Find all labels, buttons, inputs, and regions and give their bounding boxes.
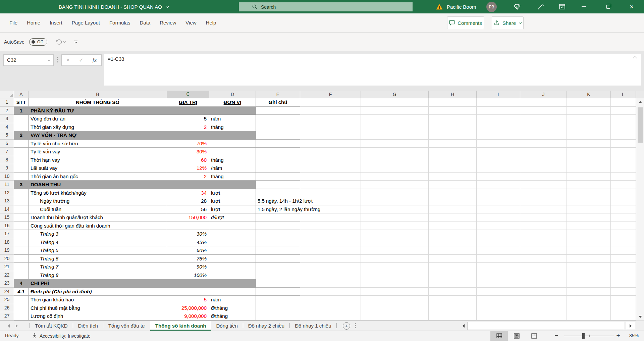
cell-F9[interactable] bbox=[300, 164, 361, 173]
cell-H2[interactable] bbox=[429, 107, 477, 115]
cell-I25[interactable] bbox=[477, 296, 520, 304]
cell-G3[interactable] bbox=[361, 115, 429, 123]
cell-I9[interactable] bbox=[477, 164, 520, 173]
cell-J21[interactable] bbox=[520, 263, 567, 271]
cell-E9[interactable] bbox=[256, 164, 300, 173]
accessibility-status[interactable]: Accessibility: Investigate bbox=[32, 331, 91, 341]
cell-L2[interactable] bbox=[611, 107, 636, 115]
cell-A19[interactable] bbox=[14, 246, 29, 255]
cell-B2[interactable]: PHÂN KỲ ĐẦU TƯ bbox=[29, 107, 167, 115]
cell-E10[interactable] bbox=[256, 173, 300, 181]
undo-dropdown-icon[interactable] bbox=[63, 40, 65, 43]
name-box[interactable]: C32 bbox=[3, 54, 54, 66]
cell-H1[interactable] bbox=[429, 98, 477, 107]
cell-B23[interactable]: CHI PHÍ bbox=[29, 279, 167, 288]
cell-K4[interactable] bbox=[567, 123, 611, 132]
cell-J23[interactable] bbox=[520, 279, 567, 288]
cell-D1[interactable]: ĐƠN VỊ bbox=[209, 98, 256, 107]
view-normal-button[interactable] bbox=[490, 331, 508, 341]
cell-C20[interactable]: 75% bbox=[167, 255, 209, 263]
cell-F6[interactable] bbox=[300, 140, 361, 148]
cell-H13[interactable] bbox=[429, 197, 477, 205]
cell-I15[interactable] bbox=[477, 213, 520, 222]
collapse-formula-bar-icon[interactable] bbox=[633, 56, 637, 60]
cell-K16[interactable] bbox=[567, 222, 611, 230]
cell-A18[interactable] bbox=[14, 238, 29, 247]
row-header-18[interactable]: 18 bbox=[0, 238, 14, 247]
cell-J6[interactable] bbox=[520, 140, 567, 148]
cell-C11[interactable] bbox=[167, 181, 209, 189]
cell-L24[interactable] bbox=[611, 288, 636, 296]
cell-B17[interactable]: Tháng 3 bbox=[29, 230, 167, 238]
cell-D4[interactable]: tháng bbox=[209, 123, 256, 132]
scroll-down-button[interactable] bbox=[636, 313, 644, 321]
cell-I18[interactable] bbox=[477, 238, 520, 247]
cell-G2[interactable] bbox=[361, 107, 429, 115]
cell-J9[interactable] bbox=[520, 164, 567, 173]
cell-G18[interactable] bbox=[361, 238, 429, 247]
cell-I22[interactable] bbox=[477, 271, 520, 280]
cell-I3[interactable] bbox=[477, 115, 520, 123]
row-header-8[interactable]: 8 bbox=[0, 156, 14, 164]
column-header-H[interactable]: H bbox=[429, 91, 477, 98]
scrollbar-thumb[interactable] bbox=[638, 107, 643, 143]
cell-L4[interactable] bbox=[611, 123, 636, 132]
cell-H21[interactable] bbox=[429, 263, 477, 271]
cell-I17[interactable] bbox=[477, 230, 520, 238]
cell-L8[interactable] bbox=[611, 156, 636, 164]
cell-A7[interactable] bbox=[14, 148, 29, 156]
cell-F1[interactable] bbox=[300, 98, 361, 107]
cell-A8[interactable] bbox=[14, 156, 29, 164]
cell-E3[interactable] bbox=[256, 115, 300, 123]
cell-F4[interactable] bbox=[300, 123, 361, 132]
user-name[interactable]: Pacific Boom bbox=[447, 0, 476, 13]
cell-G24[interactable] bbox=[361, 288, 429, 296]
cell-B8[interactable]: Thời hạn vay bbox=[29, 156, 167, 164]
cell-K15[interactable] bbox=[567, 213, 611, 222]
cell-H27[interactable] bbox=[429, 312, 477, 321]
ribbon-tab-home[interactable]: Home bbox=[22, 13, 45, 32]
cell-D17[interactable] bbox=[209, 230, 256, 238]
cell-A27[interactable] bbox=[14, 312, 29, 321]
cell-F21[interactable] bbox=[300, 263, 361, 271]
row-header-16[interactable]: 16 bbox=[0, 222, 14, 230]
share-button[interactable]: Share bbox=[492, 16, 524, 29]
cell-D7[interactable] bbox=[209, 148, 256, 156]
cell-E19[interactable] bbox=[256, 246, 300, 255]
row-header-11[interactable]: 11 bbox=[0, 181, 14, 189]
row-header-14[interactable]: 14 bbox=[0, 205, 14, 214]
row-header-20[interactable]: 20 bbox=[0, 255, 14, 263]
cell-A3[interactable] bbox=[14, 115, 29, 123]
cell-B5[interactable]: VAY VỐN - TRẢ NỢ bbox=[29, 131, 167, 140]
cell-G7[interactable] bbox=[361, 148, 429, 156]
cell-F27[interactable] bbox=[300, 312, 361, 321]
cell-G21[interactable] bbox=[361, 263, 429, 271]
sheet-tab-7[interactable]: Độ nhạy 1 chiều bbox=[290, 321, 336, 331]
cell-A4[interactable] bbox=[14, 123, 29, 132]
row-header-7[interactable]: 7 bbox=[0, 148, 14, 156]
ink-pen-icon[interactable] bbox=[534, 0, 547, 13]
cell-E15[interactable] bbox=[256, 213, 300, 222]
cell-J12[interactable] bbox=[520, 189, 567, 197]
cell-J5[interactable] bbox=[520, 131, 567, 140]
cell-J22[interactable] bbox=[520, 271, 567, 280]
cell-B12[interactable]: Tổng số lượt khách/ngày bbox=[29, 189, 167, 197]
view-page-break-button[interactable] bbox=[525, 331, 543, 341]
ribbon-tab-page-layout[interactable]: Page Layout bbox=[67, 13, 105, 32]
cell-F7[interactable] bbox=[300, 148, 361, 156]
cell-F15[interactable] bbox=[300, 213, 361, 222]
cell-G22[interactable] bbox=[361, 271, 429, 280]
cell-C16[interactable] bbox=[167, 222, 209, 230]
cell-K1[interactable] bbox=[567, 98, 611, 107]
cell-D20[interactable] bbox=[209, 255, 256, 263]
cell-J20[interactable] bbox=[520, 255, 567, 263]
cell-K9[interactable] bbox=[567, 164, 611, 173]
cell-C1[interactable]: GIÁ TRỊ bbox=[167, 98, 209, 107]
cell-H8[interactable] bbox=[429, 156, 477, 164]
cell-G10[interactable] bbox=[361, 173, 429, 181]
customize-quick-access-button[interactable] bbox=[74, 41, 77, 43]
row-header-4[interactable]: 4 bbox=[0, 123, 14, 132]
cell-C25[interactable]: 5 bbox=[167, 296, 209, 304]
avatar[interactable]: PB bbox=[486, 2, 497, 12]
cell-L9[interactable] bbox=[611, 164, 636, 173]
